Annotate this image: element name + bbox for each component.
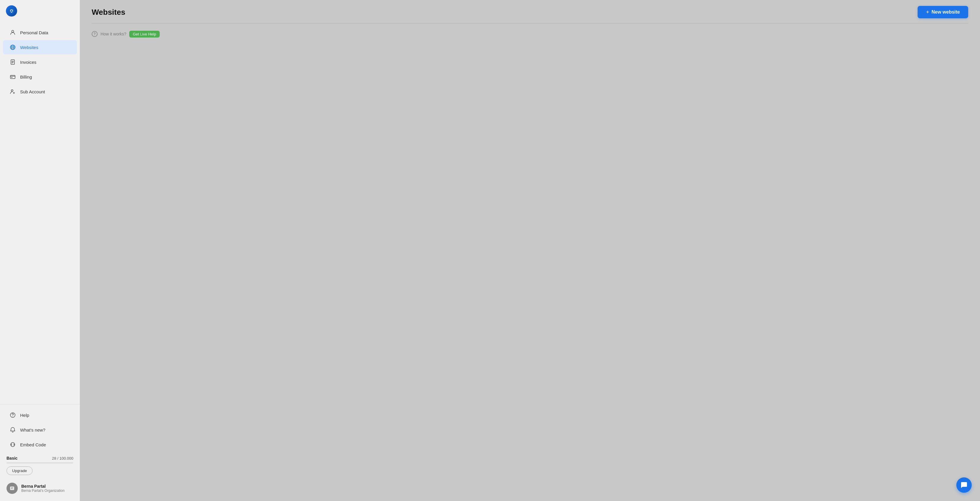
- embed-icon: [10, 441, 16, 448]
- new-website-button[interactable]: + New website: [918, 6, 968, 18]
- upgrade-button[interactable]: Upgrade: [6, 466, 33, 475]
- sidebar-navigation: Personal Data Websites Inv: [0, 22, 80, 404]
- sidebar-item-sub-account[interactable]: Sub Account: [3, 84, 77, 99]
- user-name: Berna Partal: [21, 484, 64, 488]
- sidebar-item-invoices[interactable]: Invoices: [3, 55, 77, 69]
- user-profile[interactable]: Berna Partal Berna Partal's Organization: [0, 479, 80, 498]
- sidebar: Personal Data Websites Inv: [0, 0, 80, 501]
- sidebar-item-embed-code[interactable]: Embed Code: [3, 438, 77, 452]
- sidebar-item-label: Embed Code: [20, 442, 46, 447]
- person-icon: [10, 29, 16, 36]
- sidebar-bottom: Help What's new? Embed Code: [0, 404, 80, 501]
- get-live-help-button[interactable]: Get Live Help: [129, 31, 160, 38]
- main-content: Websites + New website ? How it works? G…: [80, 0, 980, 501]
- svg-rect-7: [11, 77, 13, 78]
- sidebar-item-billing[interactable]: Billing: [3, 70, 77, 84]
- bell-icon: [10, 426, 16, 433]
- user-info: Berna Partal Berna Partal's Organization: [21, 484, 64, 493]
- help-icon: [10, 412, 16, 418]
- svg-point-8: [11, 90, 13, 92]
- sidebar-item-label: What's new?: [20, 427, 45, 433]
- billing-icon: [10, 74, 16, 80]
- sub-account-icon: [10, 88, 16, 95]
- new-website-label: New website: [932, 10, 960, 15]
- sidebar-item-help[interactable]: Help: [3, 408, 77, 422]
- sidebar-item-label: Sub Account: [20, 89, 45, 94]
- how-it-works-text: How it works?: [100, 32, 126, 36]
- question-icon: ?: [92, 31, 98, 37]
- svg-rect-6: [10, 75, 15, 79]
- globe-icon: [10, 44, 16, 51]
- how-it-works-bar: ? How it works? Get Live Help: [92, 31, 968, 38]
- svg-point-10: [13, 416, 13, 417]
- sidebar-item-personal-data[interactable]: Personal Data: [3, 25, 77, 40]
- logo-area[interactable]: [0, 0, 80, 22]
- plan-name: Basic: [6, 456, 18, 461]
- avatar: [6, 483, 18, 494]
- sidebar-item-label: Websites: [20, 45, 38, 50]
- main-header: Websites + New website: [80, 0, 980, 18]
- sidebar-item-label: Help: [20, 413, 29, 418]
- plus-icon: +: [926, 10, 929, 15]
- sidebar-item-label: Billing: [20, 75, 32, 79]
- plan-section: Basic 28 / 100.000 Upgrade: [0, 452, 80, 479]
- plan-progress-bar: [6, 462, 73, 463]
- main-body: ? How it works? Get Live Help: [80, 24, 980, 501]
- app-logo: [6, 5, 17, 17]
- sidebar-item-label: Personal Data: [20, 30, 48, 35]
- svg-rect-12: [10, 487, 14, 490]
- plan-usage: 28 / 100.000: [52, 456, 73, 461]
- page-title: Websites: [92, 8, 126, 17]
- user-org: Berna Partal's Organization: [21, 488, 64, 493]
- sidebar-item-websites[interactable]: Websites: [3, 40, 77, 54]
- svg-point-1: [11, 10, 13, 12]
- chat-button[interactable]: [956, 477, 972, 493]
- svg-point-2: [12, 30, 14, 32]
- sidebar-item-whats-new[interactable]: What's new?: [3, 423, 77, 437]
- sidebar-item-label: Invoices: [20, 60, 37, 65]
- invoice-icon: [10, 59, 16, 65]
